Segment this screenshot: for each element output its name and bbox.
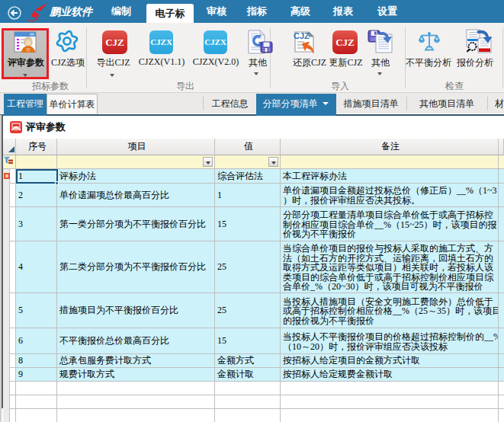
svg-text:CJZ: CJZ xyxy=(294,31,310,40)
